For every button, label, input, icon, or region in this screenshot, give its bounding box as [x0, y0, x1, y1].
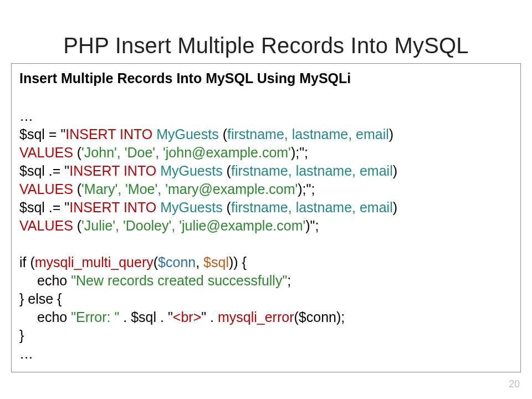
code-block: … $sql = "INSERT INTO MyGuests (firstnam… [19, 89, 513, 363]
code-line-3: $sql .= "INSERT INTO MyGuests (firstname… [19, 163, 397, 178]
code-line-11: } [19, 328, 24, 343]
code-line-4: VALUES ('Mary', 'Moe', 'mary@example.com… [19, 181, 315, 197]
code-line-2: VALUES ('John', 'Doe', 'john@example.com… [19, 145, 308, 160]
code-line-7: if (mysqli_multi_query($conn, $sql)) { [19, 254, 247, 270]
code-line-9: } else { [19, 291, 62, 306]
page-number: 20 [509, 378, 520, 390]
content-subtitle: Insert Multiple Records Into MySQL Using… [19, 69, 513, 88]
code-line-5: $sql .= "INSERT INTO MyGuests (firstname… [19, 200, 397, 215]
ellipsis-top: … [19, 108, 33, 124]
slide: PHP Insert Multiple Records Into MySQL I… [0, 0, 532, 399]
code-line-1: $sql = "INSERT INTO MyGuests (firstname,… [19, 126, 393, 142]
code-line-8: echo "New records created successfully"; [19, 273, 291, 288]
slide-title: PHP Insert Multiple Records Into MySQL [0, 33, 532, 58]
ellipsis-bottom: … [19, 346, 33, 361]
code-line-6: VALUES ('Julie', 'Dooley', 'julie@exampl… [19, 218, 319, 233]
code-line-10: echo "Error: " . $sql . "<br>" . mysqli_… [19, 309, 345, 325]
content-box: Insert Multiple Records Into MySQL Using… [11, 63, 521, 372]
